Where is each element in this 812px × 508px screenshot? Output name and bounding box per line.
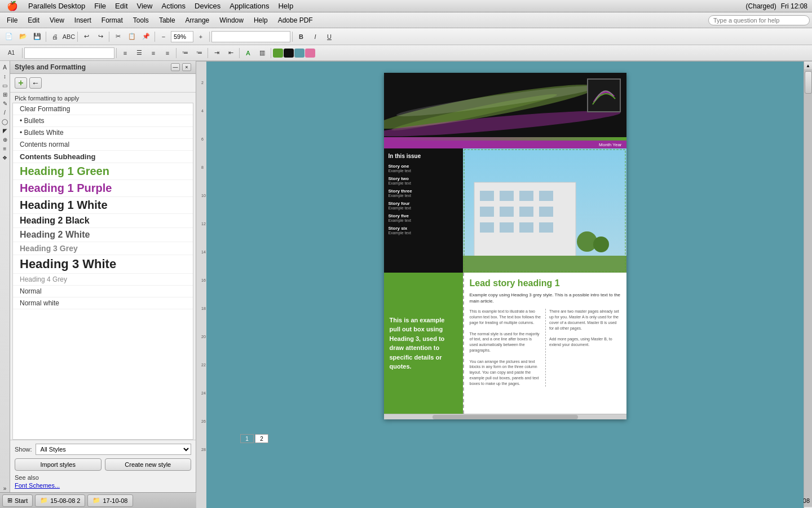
zoom-out-btn[interactable]: − <box>157 30 170 43</box>
app-menu-adobepdf[interactable]: Adobe PDF <box>273 15 317 26</box>
style-item-h4-grey[interactable]: Heading 4 Grey <box>13 274 193 286</box>
paste-btn[interactable]: 📌 <box>139 30 153 43</box>
menu-help[interactable]: Help <box>273 1 298 11</box>
menu-devices[interactable]: Devices <box>190 1 225 11</box>
menu-applications[interactable]: Applications <box>225 1 273 11</box>
app-menu-tools[interactable]: Tools <box>129 15 153 26</box>
lt-btn-10[interactable]: ≡ <box>1 144 9 152</box>
style-item-h2-white[interactable]: Heading 2 White <box>13 228 193 242</box>
numlist-btn[interactable]: ≔ <box>192 47 206 59</box>
lt-btn-12[interactable]: » <box>1 484 9 492</box>
style-item-h1-purple[interactable]: Heading 1 Purple <box>13 180 193 197</box>
lt-btn-9[interactable]: ⊕ <box>1 135 9 143</box>
lt-btn-11[interactable]: ❖ <box>1 154 9 161</box>
scroll-up-btn[interactable]: ▲ <box>804 62 812 70</box>
menu-edit[interactable]: Edit <box>111 1 132 11</box>
copy-btn[interactable]: 📋 <box>125 30 139 43</box>
list-btn[interactable]: ≔ <box>178 47 192 59</box>
help-search[interactable] <box>708 15 810 25</box>
print-btn[interactable]: 🖨 <box>48 30 61 43</box>
menu-file[interactable]: File <box>90 1 111 11</box>
styles-new-btn[interactable]: + <box>15 77 27 89</box>
menu-actions[interactable]: Actions <box>157 1 190 11</box>
style-item-h1-white[interactable]: Heading 1 White <box>13 197 193 214</box>
outdent-btn[interactable]: ⇤ <box>224 47 237 59</box>
svg-rect-18 <box>196 62 206 508</box>
import-styles-btn[interactable]: Import styles <box>15 458 102 471</box>
style-item-bullets[interactable]: • Bullets <box>13 115 193 127</box>
new-btn[interactable]: 📄 <box>2 30 16 43</box>
lt-btn-8[interactable]: ◤ <box>1 126 9 134</box>
paragraph-style-input[interactable] <box>24 47 114 59</box>
taskbar-file2[interactable]: 📁 17-10-08 <box>87 494 133 507</box>
style-item-contents-subheading[interactable]: Contents Subheading <box>13 151 193 163</box>
lt-btn-7[interactable]: ◯ <box>1 117 9 125</box>
style-item-h3-white[interactable]: Heading 3 White <box>13 255 193 274</box>
app-menu-help[interactable]: Help <box>249 15 272 26</box>
app-menu-format[interactable]: Format <box>97 15 127 26</box>
style-item-clear-formatting[interactable]: Clear Formatting <box>13 103 193 115</box>
italic-btn[interactable]: I <box>308 30 322 43</box>
style-item-bullets-white[interactable]: • Bullets White <box>13 127 193 139</box>
app-menu-file[interactable]: File <box>2 15 22 26</box>
create-new-style-btn[interactable]: Create new style <box>105 458 192 471</box>
app-menu-view[interactable]: View <box>45 15 69 26</box>
app-name[interactable]: Parallels Desktop <box>24 1 90 11</box>
lt-btn-5[interactable]: ✎ <box>1 99 9 107</box>
lt-btn-3[interactable]: ▭ <box>1 81 9 89</box>
apple-menu[interactable]: 🍎 <box>5 1 24 11</box>
style-item-h2-black[interactable]: Heading 2 Black <box>13 214 193 228</box>
taskbar-start[interactable]: ⊞ Start <box>2 494 33 507</box>
lt-btn-2[interactable]: ↕ <box>1 72 9 80</box>
styles-delete-btn[interactable]: ← <box>29 77 42 89</box>
app-menu-arrange[interactable]: Arrange <box>181 15 214 26</box>
style-item-h3-grey[interactable]: Heading 3 Grey <box>13 242 193 255</box>
lt-btn-4[interactable]: ⊞ <box>1 90 9 98</box>
bold-btn[interactable]: B <box>294 30 308 43</box>
underline-btn[interactable]: U <box>323 30 336 43</box>
styles-btn[interactable]: A1 <box>2 47 20 59</box>
zoom-in-btn[interactable]: + <box>194 30 208 43</box>
undo-btn[interactable]: ↩ <box>80 30 93 43</box>
redo-btn[interactable]: ↪ <box>94 30 107 43</box>
align-center-btn[interactable]: ☰ <box>133 47 146 59</box>
save-btn[interactable]: 💾 <box>30 30 44 43</box>
style-item-h1-green[interactable]: Heading 1 Green <box>13 163 193 180</box>
black-box-btn[interactable] <box>284 49 294 58</box>
align-left-btn[interactable]: ≡ <box>118 47 132 59</box>
zoom-input[interactable] <box>171 31 193 42</box>
align-justify-btn[interactable]: ≡ <box>161 47 174 59</box>
document-canvas[interactable]: Month Year In this issue Story one Examp… <box>206 62 804 508</box>
style-item-contents-normal[interactable]: Contents normal <box>13 139 193 151</box>
panel-minimize-btn[interactable]: — <box>171 63 180 71</box>
show-styles-select[interactable]: All Styles <box>36 444 191 455</box>
app-menu-table[interactable]: Table <box>155 15 180 26</box>
font-schemes-link[interactable]: Font Schemes... <box>15 482 191 489</box>
align-right-btn[interactable]: ≡ <box>147 47 160 59</box>
font-name-input[interactable] <box>211 31 290 42</box>
panel-close-btn[interactable]: × <box>182 63 191 71</box>
app-menu-window[interactable]: Window <box>215 15 248 26</box>
menu-view[interactable]: View <box>133 1 157 11</box>
lt-btn-6[interactable]: / <box>1 108 9 116</box>
indent-btn[interactable]: ⇥ <box>210 47 223 59</box>
cut-btn[interactable]: ✂ <box>111 30 125 43</box>
page-tab-2[interactable]: 2 <box>255 434 268 443</box>
app-menu-edit[interactable]: Edit <box>23 15 44 26</box>
pink-box-btn[interactable] <box>305 49 315 58</box>
open-btn[interactable]: 📂 <box>16 30 30 43</box>
bg-color-btn[interactable]: ▥ <box>255 47 269 59</box>
style-item-normal[interactable]: Normal <box>13 286 193 297</box>
vertical-scrollbar[interactable]: ▲ ▼ <box>804 62 812 508</box>
green-box-btn[interactable] <box>273 49 283 58</box>
page-tab-1[interactable]: 1 <box>240 434 254 443</box>
lt-btn-1[interactable]: A <box>1 63 9 71</box>
color-btn[interactable]: A <box>241 47 255 59</box>
taskbar-file1[interactable]: 📁 15-08-08 2 <box>35 494 85 507</box>
style-item-normal-white[interactable]: Normal white <box>13 297 193 309</box>
spell-btn[interactable]: ABC <box>62 30 76 43</box>
svg-rect-49 <box>539 207 553 217</box>
scroll-thumb[interactable] <box>805 71 812 94</box>
app-menu-insert[interactable]: Insert <box>70 15 96 26</box>
blue-box-btn[interactable] <box>294 49 304 58</box>
